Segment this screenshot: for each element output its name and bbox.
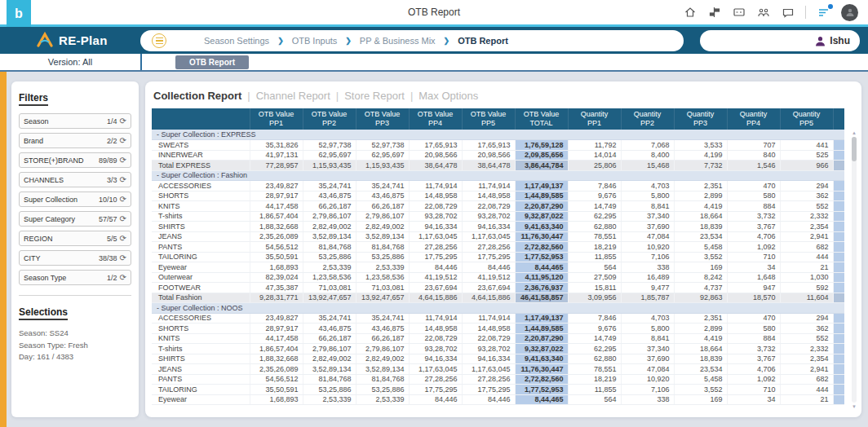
filter-store-brand[interactable]: STORE(+)BRAND 89/89 ⟳ [19, 152, 131, 168]
tab-channel-report[interactable]: Channel Report [256, 90, 330, 102]
table-cell: 23,49,827 [250, 181, 303, 191]
table-cell: 7,846 [568, 181, 621, 191]
table-cell: 1,44,89,585 [515, 191, 568, 201]
column-header-pp2[interactable]: QuantityPP2 [621, 108, 674, 130]
table-cell: 362 [780, 191, 833, 201]
breadcrumb-item[interactable]: OTB Report [458, 36, 508, 46]
table-cell: 20,98,566 [462, 150, 515, 161]
column-header-pp4[interactable]: QuantityPP4 [727, 108, 780, 130]
refresh-icon[interactable]: ⟳ [120, 235, 126, 243]
user-pill[interactable]: Ishu [700, 30, 860, 51]
group-row: - Super Collection : NOOS [152, 303, 844, 314]
column-header-pp1[interactable]: QuantityPP1 [568, 108, 621, 130]
refresh-icon[interactable]: ⟳ [120, 196, 126, 204]
table-cell: 18,664 [674, 211, 727, 222]
filter-season[interactable]: Season 1/4 ⟳ [19, 113, 131, 129]
table-cell: 5,800 [621, 324, 674, 334]
table-cell: 8,400 [621, 150, 674, 161]
tab-max-options[interactable]: Max Options [418, 90, 478, 102]
table-cell: 1,44,89,585 [515, 324, 568, 334]
filter-season-type[interactable]: Season Type 1/2 ⟳ [19, 270, 131, 285]
column-header-pp1[interactable]: OTB ValuePP1 [250, 108, 303, 130]
table-cell: 38,64,478 [462, 161, 515, 171]
column-header-pp3[interactable]: OTB ValuePP3 [356, 108, 409, 130]
breadcrumb-item[interactable]: PP & Business Mix [360, 36, 436, 46]
table-cell: 37,690 [621, 222, 674, 232]
table-cell: 3,732 [727, 344, 780, 354]
row-label: Total Fashion [152, 293, 250, 303]
column-header-pp3[interactable]: QuantityPP3 [674, 108, 727, 130]
filters-title: Filters [19, 92, 48, 106]
avatar[interactable] [841, 4, 858, 21]
stub-cell [833, 262, 844, 273]
refresh-icon[interactable]: ⟳ [120, 176, 126, 184]
table-row: Eyewear1,68,8932,53,3392,53,33984,44684,… [152, 262, 844, 273]
refresh-icon[interactable]: ⟳ [120, 156, 126, 165]
group-label[interactable]: - Super Collection : EXPRESS [152, 130, 844, 140]
breadcrumb-item[interactable]: OTB Inputs [292, 36, 338, 46]
group-label[interactable]: - Super Collection : Fashion [152, 170, 844, 181]
nav-bar: RE-Plan Season Settings❯OTB Inputs❯PP & … [0, 24, 868, 54]
refresh-icon[interactable]: ⟳ [120, 215, 126, 223]
scroll-down-icon[interactable]: ▼ [851, 404, 857, 409]
table-cell: 9,676 [568, 324, 621, 334]
filter-super-collection[interactable]: Super Collection 10/10 ⟳ [19, 191, 131, 207]
table-cell: 54,56,512 [250, 242, 303, 253]
table-cell: 18,219 [568, 374, 621, 385]
table-row: SHORTS28,97,91743,46,87543,46,87514,48,9… [152, 191, 844, 201]
column-header-pp4[interactable]: OTB ValuePP4 [409, 108, 462, 130]
board-logo-icon[interactable]: b [7, 0, 31, 27]
table-cell: 3,52,89,134 [356, 364, 409, 375]
selections-list: Season: SS24Season Type: FreshDay: 161 /… [19, 328, 131, 363]
breadcrumb-item[interactable]: Season Settings [204, 36, 269, 46]
card-icon[interactable] [732, 6, 746, 20]
table-cell: 966 [780, 161, 833, 171]
column-header-pp5[interactable]: OTB ValuePP5 [462, 108, 515, 130]
filter-city[interactable]: CITY 38/38 ⟳ [19, 250, 131, 266]
users-icon[interactable] [756, 6, 770, 20]
table-cell: 2,53,339 [356, 262, 409, 273]
table-cell: 4,706 [727, 364, 780, 375]
table-cell: 947 [727, 283, 780, 293]
table-cell: 23,67,694 [409, 283, 462, 293]
table-cell: 2,72,82,560 [515, 242, 568, 253]
refresh-icon[interactable]: ⟳ [120, 117, 126, 125]
table-cell: 11,792 [568, 140, 621, 151]
column-header-pp5[interactable]: QuantityPP5 [780, 108, 833, 130]
filter-brand[interactable]: Brand 2/2 ⟳ [19, 133, 131, 148]
scrollbar-thumb[interactable] [852, 137, 857, 161]
filter-super-category[interactable]: Super Category 57/57 ⟳ [19, 211, 131, 227]
table-cell: 338 [621, 394, 674, 405]
table-row: T-shirts1,86,57,4042,79,86,1072,79,86,10… [152, 211, 844, 222]
column-header-total[interactable]: OTB ValueTOTAL [515, 108, 568, 130]
table-cell: 23,67,694 [462, 283, 515, 293]
table-cell: 37,340 [621, 211, 674, 222]
filter-channels[interactable]: CHANNELS 3/3 ⟳ [19, 172, 131, 187]
table-cell: 1,23,58,536 [303, 272, 356, 283]
scroll-up-icon[interactable]: ▲ [851, 130, 857, 135]
stub-cell [833, 374, 844, 385]
refresh-icon[interactable]: ⟳ [120, 274, 126, 282]
scrollbar-track[interactable] [852, 137, 857, 403]
otb-report-tab[interactable]: OTB Report [175, 55, 249, 69]
home-icon[interactable] [683, 6, 697, 20]
menu-icon[interactable] [152, 33, 166, 48]
stub-cell [833, 293, 844, 303]
table-row: TAILORING35,50,59153,25,88653,25,88617,7… [152, 385, 844, 395]
group-label[interactable]: - Super Collection : NOOS [152, 303, 844, 314]
column-header-pp2[interactable]: OTB ValuePP2 [303, 108, 356, 130]
chat-icon[interactable] [781, 6, 795, 20]
tab-store-report[interactable]: Store Report [344, 90, 405, 102]
table-cell: 1,17,49,137 [515, 181, 568, 191]
table-cell: 4,64,15,886 [409, 293, 462, 303]
filter-region[interactable]: REGION 5/5 ⟳ [19, 231, 131, 246]
table-row: JEANS2,35,26,0893,52,89,1343,52,89,1341,… [152, 231, 844, 242]
vertical-scrollbar[interactable]: ▲ ▼ [851, 130, 857, 409]
table-cell: 470 [727, 313, 780, 324]
refresh-icon[interactable]: ⟳ [120, 137, 126, 145]
panels-icon[interactable] [707, 6, 721, 20]
sliders-icon[interactable] [817, 6, 830, 20]
tab-collection-report[interactable]: Collection Report [153, 90, 241, 102]
table-cell: 17,65,913 [462, 140, 515, 151]
refresh-icon[interactable]: ⟳ [120, 254, 126, 262]
